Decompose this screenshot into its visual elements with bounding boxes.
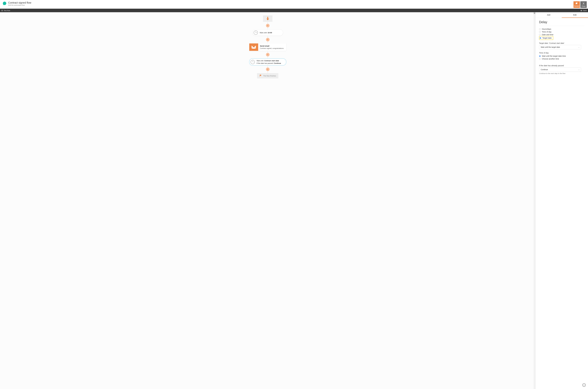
- flow-node-delay-target[interactable]: Wait until: Contract start date If the d…: [249, 59, 286, 65]
- highlight-box: Target date: [539, 36, 553, 40]
- flow-node-delay-time[interactable]: Wait until: 10:00: [252, 30, 283, 36]
- mail-icon: [249, 43, 258, 51]
- radio-wait-target-time[interactable]: Wait until the target date time: [539, 55, 585, 58]
- panel-title: Delay: [539, 20, 585, 24]
- email-node-title: Send email: [260, 45, 284, 47]
- close-icon: X: [583, 2, 585, 5]
- radio-icon: [540, 37, 541, 39]
- target-date-label: Target date: 'Contract start date': [539, 42, 585, 44]
- flow-node-text: Wait until: Contract start date If the d…: [257, 60, 281, 65]
- radio-icon: [539, 55, 541, 57]
- flow-node-text: Wait until: 10:00: [260, 32, 272, 34]
- email-node-subtitle: Contract signed, congratulations: [260, 47, 284, 49]
- radio-target-date[interactable]: Target date: [540, 36, 552, 39]
- content-button-label: Content: [574, 5, 579, 7]
- chevron-down-icon: ⌄: [578, 46, 580, 48]
- arrow-down-icon: [266, 17, 270, 21]
- date-passed-label: If the date has already passed: [539, 65, 585, 67]
- radio-date-and-time[interactable]: Date and time: [539, 33, 585, 36]
- save-icon: [581, 10, 582, 11]
- radio-hours-days[interactable]: Hours/days: [539, 28, 585, 31]
- tab-add[interactable]: Add: [535, 12, 562, 18]
- flow-start[interactable]: [263, 15, 273, 22]
- flow-node-email[interactable]: Send email Contract signed, congratulati…: [249, 43, 286, 51]
- target-date-select[interactable]: Wait until the target date ⌄: [539, 45, 581, 49]
- date-passed-help: Continue to the next step in the flow: [539, 72, 585, 74]
- radio-label: Choose another time: [542, 58, 559, 60]
- radio-icon: [539, 58, 541, 60]
- svg-rect-4: [581, 11, 582, 11]
- radio-label: Target date: [542, 37, 552, 39]
- test-flow-label: Test flow: [4, 10, 10, 11]
- clock-icon: [254, 31, 258, 35]
- flag-icon: [259, 74, 262, 77]
- app-header: Contract signed flow Edit the automated …: [0, 0, 588, 9]
- alert-icon[interactable]: !: [582, 383, 586, 387]
- radio-label: Wait until the target date time: [542, 55, 566, 57]
- content-button[interactable]: Content: [573, 1, 580, 8]
- radio-time-of-day[interactable]: Time of day: [539, 31, 585, 33]
- add-step-button[interactable]: +: [266, 67, 270, 71]
- radio-choose-time[interactable]: Choose another time: [539, 58, 585, 60]
- toolbar: Test flow Save: [0, 9, 588, 12]
- close-button-label: Close: [582, 5, 586, 7]
- add-step-button[interactable]: +: [266, 53, 270, 56]
- logo-icon: [2, 1, 7, 6]
- flow-end-label: The flow finishes: [263, 75, 276, 77]
- clock-icon: [250, 60, 255, 64]
- save-button[interactable]: Save: [581, 10, 587, 11]
- scrollbar[interactable]: [534, 12, 535, 389]
- tab-edit[interactable]: Edit: [562, 12, 588, 18]
- radio-icon: [539, 34, 541, 35]
- page-subtitle: Edit the automated flow: [8, 4, 31, 6]
- page-title: Contract signed flow: [8, 1, 31, 4]
- add-step-button[interactable]: +: [266, 38, 270, 41]
- chevron-down-icon: ⌄: [578, 69, 580, 70]
- edit-icon: [576, 2, 578, 5]
- add-step-button[interactable]: +: [266, 24, 270, 27]
- radio-label: Time of day: [542, 31, 552, 33]
- radio-label: Date and time: [542, 34, 553, 36]
- select-value: Wait until the target date: [541, 46, 560, 48]
- test-flow-button[interactable]: Test flow: [1, 10, 10, 11]
- save-label: Save: [583, 10, 587, 11]
- close-button[interactable]: X Close: [580, 1, 587, 8]
- play-icon: [1, 10, 3, 11]
- radio-icon: [539, 31, 541, 33]
- time-of-day-label: Time of day: [539, 52, 585, 54]
- radio-label: Hours/days: [542, 28, 551, 30]
- svg-rect-3: [581, 10, 582, 10]
- flow-canvas[interactable]: + Wait until: 10:00 + Send email Contrac…: [0, 12, 535, 389]
- date-passed-select[interactable]: Continue ⌄: [539, 67, 581, 72]
- select-value: Continue: [541, 68, 548, 70]
- panel-tabs: Add Edit: [535, 12, 588, 18]
- flow-end: The flow finishes: [257, 73, 278, 78]
- radio-icon: [539, 28, 541, 30]
- side-panel: Add Edit Delay Hours/days Time of day Da…: [535, 12, 588, 389]
